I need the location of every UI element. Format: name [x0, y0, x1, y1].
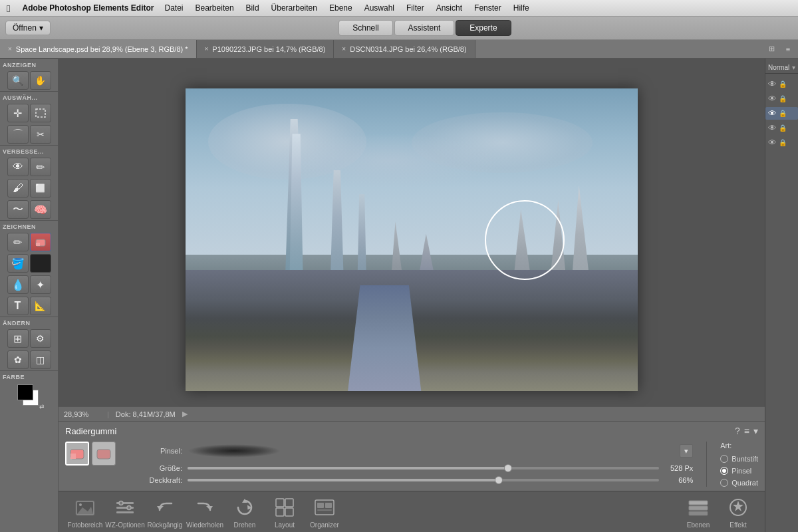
- text-tool[interactable]: T: [7, 297, 29, 315]
- menu-ebene[interactable]: Ebene: [324, 2, 358, 14]
- dock-ebenen-label: Ebenen: [687, 521, 710, 529]
- layer-row-4: 👁 🔒: [765, 136, 798, 149]
- brush-draw-tool[interactable]: ✏: [7, 233, 29, 251]
- dock-effekt[interactable]: Effekt: [718, 495, 758, 529]
- radio-quadrat[interactable]: [720, 479, 728, 487]
- dock-organizer[interactable]: Organizer: [305, 495, 344, 529]
- menu-fenster[interactable]: Fenster: [469, 2, 507, 14]
- size-slider-thumb[interactable]: [504, 464, 512, 472]
- dock-ebenen[interactable]: Ebenen: [678, 495, 718, 529]
- svg-rect-21: [285, 499, 293, 507]
- main-canvas-image[interactable]: [186, 88, 638, 391]
- menu-datei[interactable]: Datei: [160, 2, 189, 14]
- brush-swatch-primary[interactable]: [65, 442, 89, 466]
- status-bar: 28,93% | Dok: 8,41M/37,8M ▶: [59, 406, 765, 421]
- foreground-color-swatch[interactable]: [17, 384, 33, 400]
- shape-fill-tool[interactable]: [30, 254, 51, 273]
- tab-p1090223[interactable]: × P1090223.JPG bei 14,7% (RGB/8): [197, 40, 334, 58]
- liquify-tool[interactable]: ✿: [7, 350, 29, 369]
- menu-auswahl[interactable]: Auswahl: [359, 2, 400, 14]
- crop-tool[interactable]: ⊞: [7, 329, 29, 348]
- tab-schnell[interactable]: Schnell: [338, 20, 392, 36]
- lasso-tool[interactable]: ⌒: [7, 125, 29, 144]
- marquee-tool[interactable]: [30, 104, 51, 122]
- menu-hilfe[interactable]: Hilfe: [508, 2, 535, 14]
- list-button[interactable]: ≡: [744, 426, 749, 436]
- tab-dscn0314[interactable]: × DSCN0314.JPG bei 26,4% (RGB/8): [334, 40, 475, 58]
- menu-bild[interactable]: Bild: [241, 2, 265, 14]
- move-tool[interactable]: ✛: [7, 104, 29, 122]
- layer-lock-4[interactable]: 🔒: [779, 139, 787, 146]
- layer-lock-1[interactable]: 🔒: [779, 95, 787, 102]
- brush-dropdown-button[interactable]: ▾: [680, 444, 693, 458]
- tab-label-2: DSCN0314.JPG bei 26,4% (RGB/8): [350, 45, 466, 53]
- layer-eye-1[interactable]: 👁: [768, 94, 777, 104]
- tab-assistent[interactable]: Assistent: [394, 20, 455, 36]
- dock-rueckgaengig[interactable]: Rückgängig: [145, 495, 185, 529]
- effekt-icon: [726, 495, 750, 519]
- dock-wiederholen[interactable]: Wiederholen: [185, 495, 225, 529]
- swap-colors-icon[interactable]: ⇄: [39, 403, 45, 410]
- zoom-tool[interactable]: 🔍: [7, 71, 29, 90]
- dock-fotobereich[interactable]: Fotobereich: [65, 495, 105, 529]
- straighten-tool[interactable]: ◫: [30, 350, 51, 369]
- line-tool-2[interactable]: 📐: [30, 297, 51, 315]
- open-button[interactable]: Öffnen ▾: [5, 21, 51, 35]
- clone-tool[interactable]: 🖌: [7, 179, 29, 198]
- magic-wand-tool[interactable]: ✂: [30, 125, 51, 144]
- section-zeichnen: ZEICHNEN: [0, 220, 58, 231]
- recompose-tool[interactable]: ⚙: [30, 329, 51, 348]
- expand-button[interactable]: ▾: [753, 426, 758, 436]
- radio-quadrat-row[interactable]: Quadrat: [720, 479, 758, 487]
- blur-sharpen-tool[interactable]: 〜: [7, 200, 29, 219]
- shape-icon: [35, 257, 47, 269]
- opacity-slider-thumb[interactable]: [495, 476, 503, 484]
- dock-layout[interactable]: Layout: [265, 495, 305, 529]
- dock-wz-optionen[interactable]: WZ-Optionen: [105, 495, 145, 529]
- layer-eye-4[interactable]: 👁: [768, 138, 777, 148]
- menu-filter[interactable]: Filter: [401, 2, 430, 14]
- tab-close-1[interactable]: ×: [205, 45, 209, 53]
- svg-rect-25: [317, 503, 324, 508]
- content-aware-tool[interactable]: ⬜: [30, 179, 51, 198]
- tab-space-landscape[interactable]: × Space Landscape.psd bei 28,9% (Ebene 3…: [0, 40, 197, 58]
- custom-shape-tool-2[interactable]: ✦: [30, 275, 51, 294]
- status-expand-arrow[interactable]: ▶: [182, 410, 188, 418]
- tab-close-0[interactable]: ×: [8, 45, 12, 53]
- eyedropper-tool[interactable]: 💧: [7, 275, 29, 294]
- brush-swatch-secondary[interactable]: [92, 442, 116, 466]
- size-slider-track[interactable]: [188, 467, 659, 469]
- tab-label-1: P1090223.JPG bei 14,7% (RGB/8): [212, 45, 325, 53]
- sponge-tool[interactable]: 🧠: [30, 200, 51, 219]
- tab-experte[interactable]: Experte: [456, 20, 511, 36]
- canvas-wrapper: [59, 59, 765, 421]
- tab-menu-icon[interactable]: ≡: [781, 43, 795, 56]
- layer-eye-active[interactable]: 👁: [768, 108, 777, 118]
- layout-icon: [273, 495, 297, 519]
- menu-bearbeiten[interactable]: Bearbeiten: [190, 2, 239, 14]
- layer-lock-active[interactable]: 🔒: [779, 110, 787, 117]
- tab-close-2[interactable]: ×: [342, 45, 346, 53]
- red-eye-tool[interactable]: 👁: [7, 158, 29, 176]
- layer-eye-3[interactable]: 👁: [768, 123, 777, 133]
- radio-pinsel[interactable]: [720, 467, 728, 475]
- layer-lock-3[interactable]: 🔒: [779, 124, 787, 132]
- apple-menu[interactable]: : [0, 3, 17, 14]
- tab-arrange-icon[interactable]: ⊞: [765, 43, 778, 56]
- blend-mode-dropdown[interactable]: ▾: [792, 64, 795, 71]
- fill-tool[interactable]: 🪣: [7, 254, 29, 273]
- healing-tool[interactable]: ✏: [30, 158, 51, 176]
- radio-buntstift[interactable]: [720, 455, 728, 463]
- dock-drehen[interactable]: Drehen: [225, 495, 265, 529]
- opacity-slider-track[interactable]: [188, 479, 659, 481]
- layer-lock-0[interactable]: 🔒: [779, 80, 787, 88]
- eraser-tool[interactable]: [30, 233, 51, 251]
- dock-redo-label: Wiederholen: [186, 521, 223, 529]
- help-button[interactable]: ?: [735, 426, 740, 436]
- menu-ueberarbeiten[interactable]: Überarbeiten: [266, 2, 323, 14]
- hand-tool[interactable]: ✋: [30, 71, 51, 90]
- menu-ansicht[interactable]: Ansicht: [431, 2, 467, 14]
- radio-buntstift-row[interactable]: Buntstift: [720, 455, 758, 463]
- layer-eye-0[interactable]: 👁: [768, 79, 777, 89]
- radio-pinsel-row[interactable]: Pinsel: [720, 467, 758, 475]
